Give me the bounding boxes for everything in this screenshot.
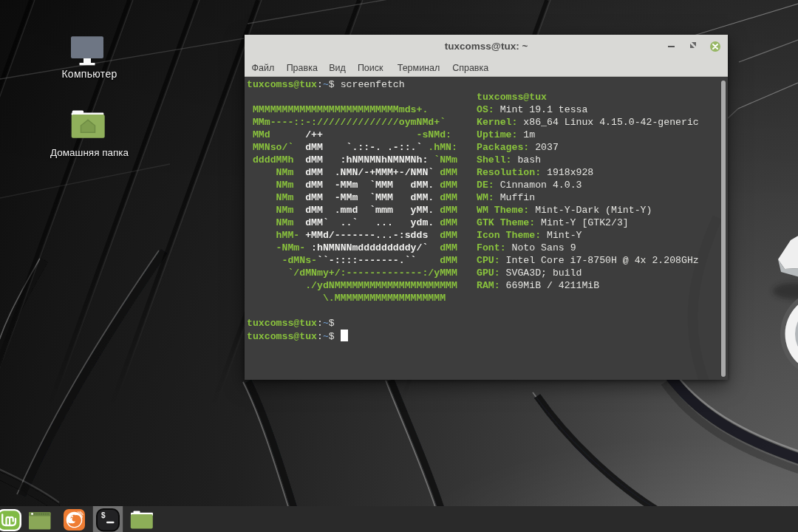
svg-text:$: $ [101,511,106,519]
